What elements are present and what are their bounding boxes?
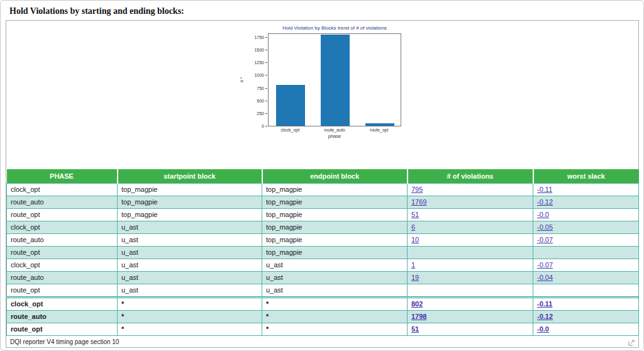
phase-cell: route_auto [7, 311, 118, 323]
violations-link[interactable]: 51 [411, 325, 419, 333]
violations-cell [408, 284, 533, 298]
endpoint-cell: u_ast [262, 259, 408, 272]
startpoint-cell: top_magpie [118, 209, 262, 221]
worst-slack-link[interactable]: -0.0 [537, 325, 549, 333]
violations-cell: 1798 [408, 311, 533, 323]
violations-cell: 51 [408, 323, 533, 336]
table-row: clock_opttop_magpietop_magpie795-0.11 [7, 184, 639, 196]
y-tick-label: 1250 [254, 60, 264, 65]
violations-link[interactable]: 802 [411, 300, 423, 308]
phase-cell: clock_opt [7, 221, 118, 234]
worst-slack-cell [533, 284, 639, 298]
phase-cell: route_auto [7, 272, 118, 284]
footer-note: DQI reporter V4 timing page section 10 [10, 338, 119, 345]
column-header--of-violations: # of violations [408, 169, 533, 184]
chart-y-axis: 02505007501000125015001750 [245, 33, 268, 126]
endpoint-cell: top_magpie [262, 247, 408, 259]
worst-slack-cell: -0.07 [533, 234, 639, 247]
violations-cell: 19 [408, 272, 533, 284]
endpoint-cell: * [262, 323, 408, 336]
phase-cell: route_opt [7, 323, 118, 336]
y-tick-mark [265, 113, 267, 114]
phase-cell: clock_opt [7, 259, 118, 272]
violations-table: PHASEstartpoint blockendpoint block# of … [6, 169, 639, 336]
endpoint-cell: top_magpie [262, 209, 408, 221]
violations-link[interactable]: 10 [411, 236, 419, 243]
violations-cell: 51 [408, 209, 533, 221]
table-row: route_autou_astu_ast19-0.04 [7, 272, 639, 284]
table-row: route_opttop_magpietop_magpie51-0.0 [7, 209, 639, 221]
violations-cell [408, 247, 533, 259]
y-tick-mark [265, 101, 267, 101]
worst-slack-link[interactable]: -0.07 [537, 236, 553, 243]
bar-clock_opt [276, 85, 305, 126]
startpoint-cell: u_ast [118, 272, 262, 284]
phase-cell: route_auto [7, 196, 118, 209]
worst-slack-cell: -0.07 [533, 259, 639, 272]
worst-slack-cell: -0.05 [533, 221, 639, 234]
column-header-worst-slack: worst slack [533, 169, 639, 184]
y-tick-mark [265, 62, 267, 63]
table-row: route_optu_astu_ast [7, 284, 639, 298]
phase-cell: route_opt [7, 209, 118, 221]
worst-slack-link[interactable]: -0.05 [537, 223, 553, 231]
violations-link[interactable]: 19 [411, 274, 419, 281]
y-tick-label: 750 [257, 86, 264, 91]
bar-route_auto [321, 35, 350, 126]
chart-title: Hold Violation by Blocks trend of # of v… [268, 25, 401, 31]
summary-row: route_opt**51-0.0 [7, 323, 639, 336]
startpoint-cell: u_ast [118, 247, 262, 259]
bar-route_opt [365, 123, 394, 126]
worst-slack-link[interactable]: -0.0 [537, 211, 549, 218]
worst-slack-link[interactable]: -0.11 [537, 186, 552, 193]
column-header-startpoint-block: startpoint block [118, 169, 262, 184]
startpoint-cell: u_ast [118, 259, 262, 272]
y-tick-mark [265, 37, 267, 38]
x-tick-label: route_opt [357, 126, 401, 132]
worst-slack-link[interactable]: -0.04 [537, 274, 553, 281]
violations-cell: 1769 [408, 196, 533, 209]
worst-slack-cell: -0.12 [533, 311, 639, 323]
worst-slack-cell: -0.11 [533, 298, 639, 311]
worst-slack-link[interactable]: -0.12 [537, 313, 553, 320]
violations-link[interactable]: 1798 [411, 313, 426, 320]
violations-link[interactable]: 1 [411, 261, 415, 269]
worst-slack-cell: -0.11 [533, 184, 639, 196]
x-tick-label: clock_opt [268, 126, 313, 132]
worst-slack-link[interactable]: -0.11 [537, 300, 552, 308]
phase-cell: clock_opt [7, 298, 118, 311]
table-row: route_autotop_magpietop_magpie1769-0.12 [7, 196, 639, 209]
startpoint-cell: u_ast [118, 221, 262, 234]
y-tick-mark [265, 88, 267, 89]
chart-x-ticks: clock_optroute_autoroute_opt [268, 126, 401, 132]
violations-cell: 6 [408, 221, 533, 234]
violations-cell: 1 [408, 259, 533, 272]
worst-slack-link[interactable]: -0.07 [537, 261, 553, 269]
endpoint-cell: top_magpie [262, 196, 408, 209]
startpoint-cell: u_ast [118, 234, 262, 247]
phase-cell: route_opt [7, 247, 118, 259]
table-row: clock_optu_asttop_magpie6-0.05 [7, 221, 639, 234]
column-header-endpoint-block: endpoint block [262, 169, 408, 184]
chart-plot-area [268, 33, 401, 126]
endpoint-cell: u_ast [262, 272, 408, 284]
report-panel: Hold Violation by Blocks trend of # of v… [6, 20, 639, 348]
violations-cell: 795 [408, 184, 533, 196]
summary-row: route_auto**1798-0.12 [7, 311, 639, 323]
table-row: clock_optu_astu_ast1-0.07 [7, 259, 639, 272]
worst-slack-cell: -0.04 [533, 272, 639, 284]
anchor-popout-icon[interactable] [628, 338, 635, 345]
y-tick-label: 500 [257, 99, 264, 104]
chart-plot-row: # * 02505007501000125015001750 [238, 33, 408, 126]
worst-slack-link[interactable]: -0.12 [537, 198, 553, 206]
phase-cell: route_auto [7, 234, 118, 247]
startpoint-cell: * [118, 311, 262, 323]
y-tick-label: 1500 [254, 48, 264, 53]
violations-link[interactable]: 795 [411, 186, 423, 193]
worst-slack-cell: -0.0 [533, 323, 639, 336]
violations-link[interactable]: 6 [411, 223, 415, 231]
phase-cell: clock_opt [7, 184, 118, 196]
violations-link[interactable]: 51 [411, 211, 419, 218]
violations-link[interactable]: 1769 [411, 198, 426, 206]
endpoint-cell: top_magpie [262, 234, 408, 247]
